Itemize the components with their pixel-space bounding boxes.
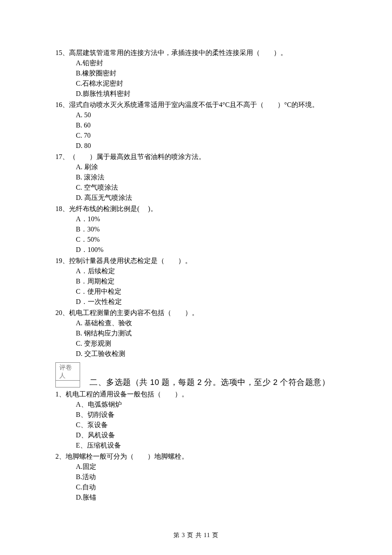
option-a: A、电弧炼钢炉: [76, 399, 337, 410]
mc-question-2: 2、地脚螺栓一般可分为（ ）地脚螺栓。 A.固定 B.活动 C.自动 D.胀锚: [55, 451, 337, 503]
question-options: A. 基础检查、验收 B. 钢结构应力测试 C. 变形观测 D. 交工验收检测: [55, 318, 337, 359]
option-c: C. 空气喷涂法: [76, 182, 337, 193]
question-options: A. 刷涂 B. 滚涂法 C. 空气喷涂法 D. 高压无气喷涂法: [55, 162, 337, 203]
grader-blank-cell: [55, 381, 80, 387]
question-stem: 高层建筑管道常用的连接方法中，承插连接中的柔性连接采用（ ）。: [69, 49, 287, 56]
option-a: A. 基础检查、验收: [76, 318, 337, 328]
question-options: A、电弧炼钢炉 B、切削设备 C、泵设备 D、风机设备 E、压缩机设备: [55, 399, 337, 451]
option-b: B．30%: [76, 224, 337, 234]
option-d: D.膨胀性填料密封: [76, 89, 337, 99]
option-d: D．100%: [76, 245, 337, 255]
question-19: 19、控制计量器具使用状态检定是（ ）。 A．后续检定 B．周期检定 C．使用中…: [55, 256, 337, 307]
question-options: A.固定 B.活动 C.自动 D.胀锚: [55, 462, 337, 503]
page-footer: 第 3 页 共 11 页: [55, 532, 337, 539]
question-17: 17、（ ）属于最高效且节省油料的喷涂方法。 A. 刷涂 B. 滚涂法 C. 空…: [55, 152, 337, 203]
question-18: 18、光纤布线的检测比例是( )。 A．10% B．30% C．50% D．10…: [55, 204, 337, 255]
option-d: D．一次性检定: [76, 297, 337, 307]
question-stem: 机电工程测量的主要内容不包括（ ）。: [69, 309, 199, 316]
question-number: 20、: [55, 309, 69, 316]
option-a: A．后续检定: [76, 266, 337, 276]
option-b: B．周期检定: [76, 276, 337, 286]
question-15: 15、高层建筑管道常用的连接方法中，承插连接中的柔性连接采用（ ）。 A.铅密封…: [55, 48, 337, 99]
grader-box: 评卷人: [55, 362, 80, 387]
question-options: A．10% B．30% C．50% D．100%: [55, 214, 337, 255]
option-b: B. 60: [76, 120, 337, 130]
question-text: 15、高层建筑管道常用的连接方法中，承插连接中的柔性连接采用（ ）。: [55, 48, 337, 58]
exam-page: 15、高层建筑管道常用的连接方法中，承插连接中的柔性连接采用（ ）。 A.铅密封…: [0, 0, 392, 555]
option-d: D、风机设备: [76, 430, 337, 440]
option-d: D.胀锚: [76, 492, 337, 503]
option-a: A. 刷涂: [76, 162, 337, 172]
question-text: 2、地脚螺栓一般可分为（ ）地脚螺栓。: [55, 451, 337, 462]
option-b: B. 钢结构应力测试: [76, 328, 337, 338]
question-stem: 机电工程的通用设备一般包括（ ）。: [66, 390, 188, 398]
question-stem: 湿式自动喷水灭火系统通常适用于室内温度不低于4°C且不高于（ ）°C的环境。: [69, 101, 319, 108]
question-text: 1、机电工程的通用设备一般包括（ ）。: [55, 389, 337, 399]
option-c: C．50%: [76, 234, 337, 245]
question-20: 20、机电工程测量的主要内容不包括（ ）。 A. 基础检查、验收 B. 钢结构应…: [55, 308, 337, 359]
option-c: C. 变形观测: [76, 338, 337, 349]
question-number: 16、: [55, 101, 69, 108]
option-a: A.铅密封: [76, 58, 337, 68]
question-options: A．后续检定 B．周期检定 C．使用中检定 D．一次性检定: [55, 266, 337, 307]
option-a: A.固定: [76, 462, 337, 472]
question-number: 17、: [55, 153, 69, 160]
option-d: D. 交工验收检测: [76, 349, 337, 359]
option-d: D. 80: [76, 141, 337, 151]
question-16: 16、湿式自动喷水灭火系统通常适用于室内温度不低于4°C且不高于（ ）°C的环境…: [55, 100, 337, 151]
grader-label: 评卷人: [55, 362, 80, 381]
question-number: 1、: [55, 390, 66, 398]
question-number: 15、: [55, 49, 69, 56]
question-options: A.铅密封 B.橡胶圈密封 C.石棉水泥密封 D.膨胀性填料密封: [55, 58, 337, 99]
option-c: C.石棉水泥密封: [76, 78, 337, 89]
option-b: B.活动: [76, 472, 337, 482]
question-stem: 地脚螺栓一般可分为（ ）地脚螺栓。: [66, 453, 188, 460]
question-text: 19、控制计量器具使用状态检定是（ ）。: [55, 256, 337, 266]
question-stem: 控制计量器具使用状态检定是（ ）。: [69, 257, 192, 264]
question-stem: 光纤布线的检测比例是( )。: [69, 205, 157, 212]
question-text: 18、光纤布线的检测比例是( )。: [55, 204, 337, 214]
option-c: C、泵设备: [76, 420, 337, 430]
option-c: C.自动: [76, 482, 337, 492]
question-stem: （ ）属于最高效且节省油料的喷涂方法。: [69, 153, 205, 160]
question-options: A. 50 B. 60 C. 70 D. 80: [55, 110, 337, 151]
option-c: C．使用中检定: [76, 286, 337, 297]
option-a: A．10%: [76, 214, 337, 224]
option-b: B. 滚涂法: [76, 172, 337, 182]
question-text: 20、机电工程测量的主要内容不包括（ ）。: [55, 308, 337, 318]
option-d: D. 高压无气喷涂法: [76, 193, 337, 203]
option-e: E、压缩机设备: [76, 440, 337, 451]
option-a: A. 50: [76, 110, 337, 120]
mc-question-1: 1、机电工程的通用设备一般包括（ ）。 A、电弧炼钢炉 B、切削设备 C、泵设备…: [55, 389, 337, 451]
question-number: 2、: [55, 453, 66, 460]
question-number: 18、: [55, 205, 69, 212]
option-b: B.橡胶圈密封: [76, 68, 337, 78]
option-c: C. 70: [76, 130, 337, 141]
question-text: 17、（ ）属于最高效且节省油料的喷涂方法。: [55, 152, 337, 162]
question-number: 19、: [55, 257, 69, 264]
question-text: 16、湿式自动喷水灭火系统通常适用于室内温度不低于4°C且不高于（ ）°C的环境…: [55, 100, 337, 110]
section-2-header: 评卷人 二、多选题（共 10 题，每题 2 分。选项中，至少 2 个符合题意）: [55, 362, 337, 387]
option-b: B、切削设备: [76, 410, 337, 420]
section-2-title: 二、多选题（共 10 题，每题 2 分。选项中，至少 2 个符合题意）: [89, 377, 330, 387]
